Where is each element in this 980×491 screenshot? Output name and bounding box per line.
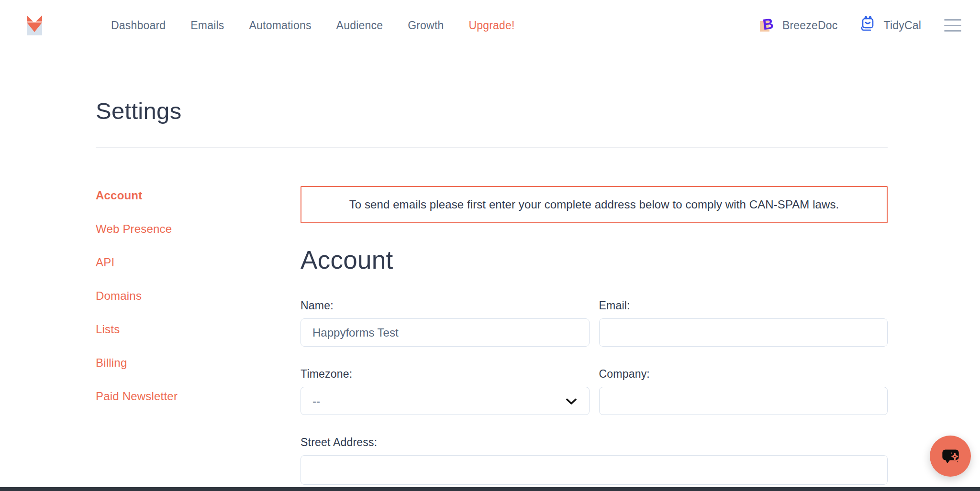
chat-bubble-sparkle-icon (938, 444, 962, 469)
company-label: Company: (599, 368, 888, 381)
account-form: Name: Email: Timezone: -- (301, 299, 888, 485)
sidebar-item-paid-newsletter[interactable]: Paid Newsletter (96, 390, 301, 403)
account-settings-panel: To send emails please first enter your c… (301, 186, 888, 485)
timezone-field-group: Timezone: -- (301, 368, 590, 415)
company-input[interactable] (599, 387, 888, 415)
chevron-down-icon (566, 394, 577, 408)
breezedoc-link[interactable]: B BreezeDoc (759, 16, 838, 34)
company-field-group: Company: (599, 368, 888, 415)
sendfox-logo-icon[interactable] (25, 14, 44, 36)
title-divider (96, 147, 888, 148)
breezedoc-label: BreezeDoc (782, 19, 838, 32)
header-right-group: B BreezeDoc TidyCal (759, 16, 962, 35)
sidebar-item-api[interactable]: API (96, 256, 301, 269)
nav-dashboard[interactable]: Dashboard (111, 19, 166, 32)
nav-automations[interactable]: Automations (249, 19, 312, 32)
street-address-label: Street Address: (301, 436, 888, 449)
svg-text:B: B (762, 16, 774, 33)
nav-audience[interactable]: Audience (336, 19, 383, 32)
tidycal-link[interactable]: TidyCal (859, 16, 921, 35)
timezone-label: Timezone: (301, 368, 590, 381)
email-field-group: Email: (599, 299, 888, 347)
chat-widget-button[interactable] (930, 436, 971, 477)
street-address-field-group: Street Address: (301, 436, 888, 485)
section-title: Account (301, 245, 888, 274)
name-label: Name: (301, 299, 590, 312)
street-address-input[interactable] (301, 455, 888, 485)
breezedoc-icon: B (759, 16, 776, 34)
top-navbar: Dashboard Emails Automations Audience Gr… (0, 0, 980, 51)
nav-emails[interactable]: Emails (190, 19, 224, 32)
hamburger-menu-icon[interactable] (943, 16, 962, 34)
sidebar-item-domains[interactable]: Domains (96, 289, 301, 303)
primary-nav: Dashboard Emails Automations Audience Gr… (111, 19, 515, 32)
settings-sidebar: Account Web Presence API Domains Lists B… (96, 186, 301, 485)
email-input[interactable] (599, 318, 888, 347)
sidebar-item-lists[interactable]: Lists (96, 323, 301, 336)
timezone-select[interactable]: -- (301, 387, 590, 415)
tidycal-icon (859, 16, 877, 35)
timezone-selected-value: -- (312, 394, 320, 408)
nav-upgrade[interactable]: Upgrade! (468, 19, 514, 32)
name-input[interactable] (301, 318, 590, 347)
email-label: Email: (599, 299, 888, 312)
name-field-group: Name: (301, 299, 590, 347)
nav-growth[interactable]: Growth (408, 19, 444, 32)
can-spam-notice: To send emails please first enter your c… (301, 186, 888, 223)
tidycal-label: TidyCal (883, 19, 921, 32)
bottom-window-edge (0, 487, 980, 491)
sidebar-item-account[interactable]: Account (96, 189, 301, 202)
sidebar-item-web-presence[interactable]: Web Presence (96, 222, 301, 236)
page-title: Settings (96, 98, 888, 124)
sidebar-item-billing[interactable]: Billing (96, 356, 301, 370)
settings-page: Settings Account Web Presence API Domain… (0, 98, 980, 485)
